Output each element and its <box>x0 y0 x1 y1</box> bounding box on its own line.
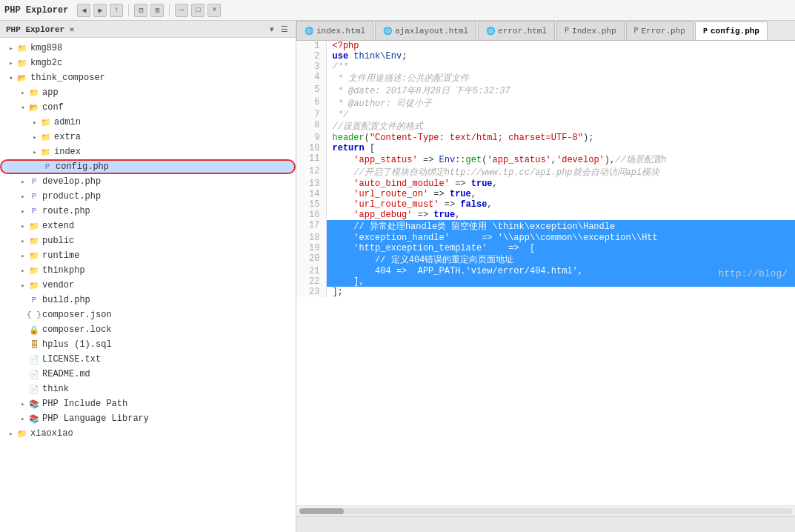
tree-item-conf[interactable]: 📂 conf <box>0 100 296 115</box>
code-line-4: 4 * 文件用途描述:公共的配置文件 <box>296 72 795 84</box>
folder-icon-vendor: 📁 <box>28 279 40 291</box>
tree-item-config-php[interactable]: P config.php <box>0 159 296 174</box>
tree-label-hplus-sql: hplus (1).sql <box>42 339 112 350</box>
tree-arrow-route-php <box>18 206 28 216</box>
explorer-header-actions: ▾ ☰ <box>267 24 290 34</box>
tree-item-readme-md[interactable]: 📄 README.md <box>0 367 296 382</box>
code-line-17: 17 // 异常处理handle类 留空使用 \think\exception\… <box>296 220 795 233</box>
php-icon-config: P <box>41 161 53 173</box>
line-num-1: 1 <box>296 41 326 51</box>
line-num-12: 12 <box>296 166 326 179</box>
tree-label-extend: extend <box>42 221 74 231</box>
header-collapse-btn[interactable]: ▾ <box>267 24 277 34</box>
tree-arrow-thinkphp <box>18 265 28 276</box>
tree-label-runtime: runtime <box>42 250 79 261</box>
tree-item-composer-lock[interactable]: 🔒 composer.lock <box>0 322 296 337</box>
code-line-7: 7 */ <box>296 110 795 120</box>
tree-item-route-php[interactable]: P route.php <box>0 204 296 219</box>
tree-item-php-include-path[interactable]: 📚 PHP Include Path <box>0 396 296 411</box>
tree-item-extra[interactable]: 📁 extra <box>0 130 296 144</box>
tree-item-extend[interactable]: 📁 extend <box>0 219 296 233</box>
folder-icon-public: 📁 <box>28 235 40 247</box>
line-num-6: 6 <box>296 97 326 110</box>
tree-item-vendor[interactable]: 📁 vendor <box>0 278 296 293</box>
tree-arrow-php-include <box>18 399 28 409</box>
line-num-4: 4 <box>296 72 326 84</box>
tree-item-build-php[interactable]: P build.php <box>0 293 296 307</box>
back-button[interactable]: ◀ <box>77 4 90 17</box>
line-content-20: // 定义404错误的重定向页面地址 <box>326 253 795 266</box>
tree-label-config-php: config.php <box>56 162 109 172</box>
tree-item-think-composer[interactable]: 📂 think_composer <box>0 70 296 85</box>
line-content-18: 'exception_handle' => '\\app\\common\\ex… <box>326 233 795 243</box>
tree-item-hplus-sql[interactable]: 🗄 hplus (1).sql <box>0 337 296 352</box>
h-scroll-thumb[interactable] <box>299 508 344 514</box>
link-button[interactable]: ⊞ <box>150 4 164 17</box>
tree-label-think-composer: think_composer <box>30 73 105 83</box>
line-num-16: 16 <box>296 210 326 220</box>
line-content-15: 'url_route_must' => false, <box>326 199 795 210</box>
minimize-button[interactable]: — <box>175 4 188 17</box>
folder-icon-thinkphp: 📁 <box>28 265 40 276</box>
tree-item-thinkphp[interactable]: 📁 thinkphp <box>0 263 296 278</box>
tab-index-php[interactable]: P Index.php <box>556 21 624 40</box>
line-num-2: 2 <box>296 51 326 61</box>
tree-arrow-kmgb2c <box>6 58 16 68</box>
tree-item-product-php[interactable]: P product.php <box>0 189 296 204</box>
code-line-16: 16 'app_debug' => true, <box>296 210 795 220</box>
code-line-1: 1 <?php <box>296 41 795 51</box>
folder-icon-think-composer: 📂 <box>16 72 28 84</box>
tree-item-license-txt[interactable]: 📄 LICENSE.txt <box>0 352 296 367</box>
code-line-10: 10 return [ <box>296 143 795 153</box>
tree-item-admin[interactable]: 📁 admin <box>0 115 296 130</box>
line-content-12: //开启了模块自动绑定http://www.tp.cc/api.php就会自动访… <box>326 166 795 179</box>
tree-label-extra: extra <box>54 132 81 142</box>
tab-index-html[interactable]: 🌐 index.html <box>296 21 373 40</box>
main-layout: PHP Explorer ✕ ▾ ☰ 📁 kmg898 📁 kmgb2c <box>0 21 795 532</box>
up-button[interactable]: ↑ <box>110 4 123 17</box>
tree-item-index-folder[interactable]: 📁 index <box>0 144 296 159</box>
tab-error-html[interactable]: 🌐 error.html <box>478 21 555 40</box>
code-editor[interactable]: http://blog/ 1 <?php 2 use think\Env; <box>296 41 795 505</box>
tree-item-app[interactable]: 📁 app <box>0 85 296 100</box>
tree-item-public[interactable]: 📁 public <box>0 233 296 248</box>
status-bar <box>296 516 795 532</box>
line-content-17: // 异常处理handle类 留空使用 \think\exception\Han… <box>326 220 795 233</box>
tree-item-php-language-library[interactable]: 📚 PHP Language Library <box>0 411 296 426</box>
code-line-13: 13 'auto_bind_module' => true, <box>296 179 795 189</box>
tree-arrow-conf <box>18 102 28 113</box>
h-scroll-track[interactable] <box>299 508 792 514</box>
tree-item-think[interactable]: 📄 think <box>0 382 296 396</box>
line-num-3: 3 <box>296 61 326 72</box>
code-line-18: 18 'exception_handle' => '\\app\\common\… <box>296 233 795 243</box>
tree-item-runtime[interactable]: 📁 runtime <box>0 248 296 263</box>
line-content-8: //设置配置文件的格式 <box>326 120 795 133</box>
header-menu-btn[interactable]: ☰ <box>279 24 290 34</box>
sql-icon-hplus: 🗄 <box>28 339 40 350</box>
maximize-button[interactable]: □ <box>191 4 204 17</box>
code-line-11: 11 'app_status' => Env::get('app_status'… <box>296 153 795 166</box>
close-button[interactable]: × <box>207 4 221 17</box>
folder-icon-extra: 📁 <box>40 131 52 143</box>
tree-item-develop-php[interactable]: P develop.php <box>0 174 296 189</box>
tab-ajaxlayout-html[interactable]: 🌐 ajaxlayout.html <box>375 21 476 40</box>
file-tree: 📁 kmg898 📁 kmgb2c 📂 think_composer <box>0 38 296 532</box>
php-icon-product: P <box>28 190 40 202</box>
folder-icon-admin: 📁 <box>40 116 52 128</box>
tab-error-php[interactable]: P Error.php <box>626 21 693 40</box>
line-content-6: * @author: 司徒小子 <box>326 97 795 110</box>
tree-arrow-index-folder <box>30 147 40 157</box>
code-line-14: 14 'url_route_on' => true, <box>296 189 795 199</box>
tree-item-xiaoxiao[interactable]: 📁 xiaoxiao <box>0 426 296 441</box>
separator-2 <box>169 4 170 16</box>
forward-button[interactable]: ▶ <box>93 4 107 17</box>
tab-icon-config-php: P <box>703 27 708 36</box>
horizontal-scrollbar[interactable] <box>296 505 795 516</box>
tree-arrow-product-php <box>18 191 28 202</box>
tree-item-kmgb2c[interactable]: 📁 kmgb2c <box>0 56 296 70</box>
tab-config-php[interactable]: P config.php <box>695 21 768 41</box>
tree-item-kmg898[interactable]: 📁 kmg898 <box>0 41 296 56</box>
tree-item-composer-json[interactable]: { } composer.json <box>0 307 296 322</box>
collapse-button[interactable]: ⊟ <box>134 4 147 17</box>
tree-label-composer-lock: composer.lock <box>42 325 112 335</box>
